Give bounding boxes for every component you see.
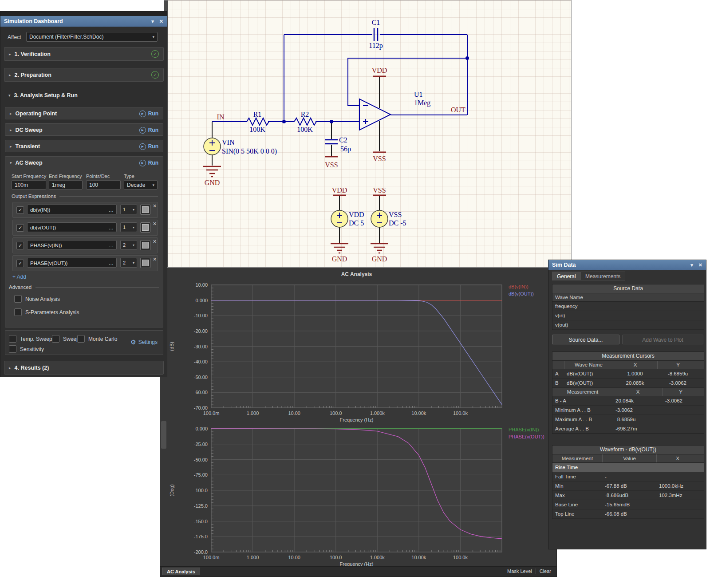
add-expression-link[interactable]: + Add [12, 274, 26, 280]
run-transient-button[interactable]: ▶ Run [139, 143, 158, 150]
delete-expression-icon[interactable]: ✕ [153, 239, 157, 245]
source-vss[interactable]: VSS VSS DC -5 GND [371, 186, 406, 263]
power-port-vss-c2[interactable]: VSS [325, 157, 338, 169]
waveform-row[interactable]: Fall Time - [552, 472, 704, 481]
plot-number-dropdown[interactable]: 1▾ [120, 222, 137, 232]
color-swatch[interactable] [140, 240, 150, 250]
panel-header[interactable]: Simulation Dashboard ▾ ✕ [0, 16, 167, 27]
end-frequency-input[interactable] [49, 180, 83, 189]
card-dc-sweep[interactable]: ▸ DC Sweep ▶ Run [5, 123, 163, 136]
tab-ac-analysis[interactable]: AC Analysis [162, 568, 200, 575]
power-port-vdd-opamp[interactable]: VDD [372, 67, 387, 76]
legend-phase-v-out-[interactable]: PHASE(v(OUT)) [509, 434, 544, 439]
type-dropdown[interactable]: Decade ▾ [124, 180, 158, 189]
run-ac-sweep-button[interactable]: ▶ Run [139, 160, 158, 166]
schematic-editor[interactable]: C1 112p R1 100K R2 100K C2 56p [164, 0, 572, 268]
color-swatch[interactable] [140, 205, 150, 215]
points-dec-input[interactable] [86, 180, 121, 189]
legend-phase-v-in-[interactable]: PHASE(v(IN)) [509, 427, 539, 432]
wires[interactable] [212, 35, 467, 122]
power-port-vss-opamp[interactable]: VSS [373, 152, 386, 162]
close-icon[interactable]: ✕ [698, 262, 702, 268]
sweep-checkbox[interactable] [52, 335, 59, 343]
section-analysis-setup[interactable]: ▾ 3. Analysis Setup & Run [4, 88, 164, 102]
delete-expression-icon[interactable]: ✕ [153, 203, 157, 209]
add-wave-to-plot-button[interactable]: Add Wave to Plot [622, 335, 703, 344]
measurement-row[interactable]: Average A . . B -698.27m [552, 424, 704, 434]
capacitor-c2[interactable]: C2 56p [325, 136, 351, 153]
sensitivity-checkbox[interactable] [9, 345, 16, 353]
schematic-canvas[interactable]: C1 112p R1 100K R2 100K C2 56p [164, 0, 572, 268]
color-swatch[interactable] [140, 258, 150, 268]
tab-measurements[interactable]: Measurements [580, 272, 625, 280]
ellipsis-icon[interactable]: … [109, 241, 114, 250]
measurement-row[interactable]: Maximum A . . B -8.6859u [552, 415, 704, 424]
start-frequency-input[interactable] [12, 180, 46, 189]
temp-sweep-checkbox[interactable] [9, 335, 16, 343]
ellipsis-icon[interactable]: … [109, 205, 114, 215]
net-label-out[interactable]: OUT [451, 106, 465, 114]
gnd-symbol-vin[interactable]: GND [203, 166, 221, 186]
cursor-row-a[interactable]: A dB(v(OUT)) 1.0000 -8.6859u [552, 369, 704, 379]
legend-db-v-in-[interactable]: dB(v(IN)) [509, 284, 529, 289]
ac-sweep-header[interactable]: ▾ AC Sweep ▶ Run [5, 157, 163, 169]
panel-menu-icon[interactable]: ▾ [690, 262, 693, 268]
affect-dropdown[interactable]: Document (Filter/Filter.SchDoc) ▾ [26, 32, 158, 42]
waveform-row[interactable]: Top Line -66.08 dB [552, 509, 704, 519]
run-dc-sweep-button[interactable]: ▶ Run [139, 127, 158, 134]
expression-checkbox[interactable]: ✓ [16, 260, 24, 267]
clear-button[interactable]: Clear [537, 568, 554, 574]
expression-input[interactable]: PHASE(v(OUT))… [27, 258, 117, 268]
plot-number-dropdown[interactable]: 2▾ [120, 258, 137, 268]
axis-tick-label: 100.0m [203, 555, 220, 560]
panel-menu-icon[interactable]: ▾ [151, 19, 154, 24]
tab-general[interactable]: General [552, 272, 581, 280]
expression-checkbox[interactable]: ✓ [16, 242, 24, 249]
noise-analysis-checkbox[interactable] [14, 295, 22, 303]
wave-row-frequency[interactable]: frequency [552, 302, 704, 311]
resistor-r1[interactable]: R1 100K [247, 110, 269, 133]
delete-expression-icon[interactable]: ✕ [153, 257, 157, 262]
expression-checkbox[interactable]: ✓ [16, 206, 24, 214]
waveform-row[interactable]: Min -67.88 dB 1000.0kHz [552, 481, 704, 491]
ellipsis-icon[interactable]: … [109, 258, 114, 268]
resistor-r2[interactable]: R2 100K [294, 110, 316, 133]
net-label-in[interactable]: IN [217, 113, 225, 121]
cursor-row-b[interactable]: B dB(v(OUT)) 20.085k -3.0062 [552, 379, 704, 388]
settings-button[interactable]: ⚙ Settings [130, 339, 158, 346]
monte-carlo-checkbox[interactable] [77, 335, 85, 343]
wave-row-vout[interactable]: v(out) [552, 320, 704, 330]
expression-input[interactable]: db(v(OUT))… [27, 222, 117, 232]
card-transient[interactable]: ▸ Transient ▶ Run [5, 140, 163, 152]
section-verification[interactable]: ▸ 1. Verification ✓ [4, 47, 164, 61]
opamp-u1[interactable]: U1 1Meg [359, 91, 430, 130]
expression-checkbox[interactable]: ✓ [16, 224, 24, 232]
expression-input[interactable]: db(v(IN))… [27, 205, 117, 214]
ellipsis-icon[interactable]: … [109, 223, 114, 233]
card-operating-point[interactable]: ▸ Operating Point ▶ Run [5, 107, 163, 119]
panel-header[interactable]: Sim Data ▾ ✕ [548, 260, 706, 270]
delete-expression-icon[interactable]: ✕ [153, 221, 157, 227]
s-parameters-checkbox[interactable] [14, 308, 22, 316]
source-vdd[interactable]: VDD VDD DC 5 GND [331, 186, 364, 263]
color-swatch[interactable] [140, 222, 150, 233]
plot-number-dropdown[interactable]: 2▾ [120, 240, 137, 250]
wave-row-vin[interactable]: v(in) [552, 311, 704, 320]
close-icon[interactable]: ✕ [159, 19, 163, 24]
run-operating-point-button[interactable]: ▶ Run [139, 110, 158, 117]
source-vin[interactable]: VIN SIN(0 5 50K 0 0 0) [204, 138, 277, 155]
table-title: Measurement Cursors [552, 352, 704, 361]
plot-number-dropdown[interactable]: 1▾ [120, 205, 137, 214]
mask-level-button[interactable]: Mask Level [505, 568, 535, 574]
waveform-row-selected[interactable]: Rise Time - [552, 463, 704, 472]
source-data-button[interactable]: Source Data... [552, 335, 619, 344]
expression-input[interactable]: PHASE(v(IN))… [27, 240, 117, 250]
scrollbar-thumb[interactable] [161, 421, 166, 449]
waveform-row[interactable]: Base Line -15.65mdB [552, 500, 704, 509]
section-results[interactable]: ▸ 4. Results (2) [4, 361, 164, 375]
measurement-row[interactable]: Minimum A . . B -3.0062 [552, 406, 704, 415]
legend-db-v-out-[interactable]: dB(v(OUT)) [509, 291, 534, 296]
section-preparation[interactable]: ▸ 2. Preparation ✓ [4, 68, 164, 82]
waveform-row[interactable]: Max -8.686udB 102.3mHz [552, 491, 704, 500]
measurement-row[interactable]: B - A 20.084k -3.0062 [552, 396, 704, 406]
